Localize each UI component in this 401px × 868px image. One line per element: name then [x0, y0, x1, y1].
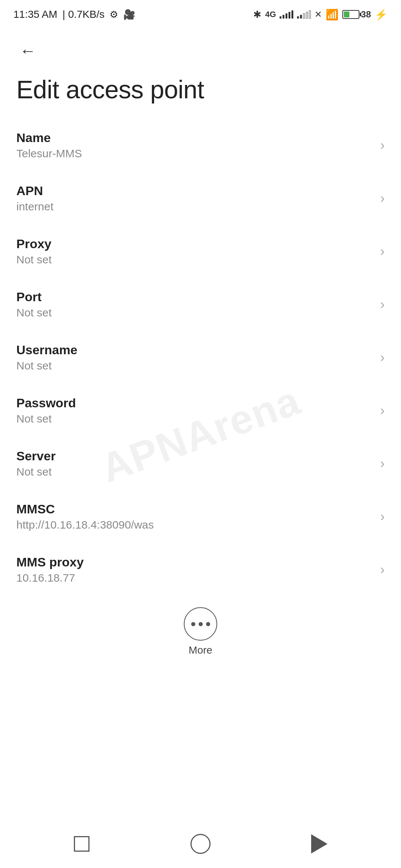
settings-item-proxy[interactable]: Proxy Not set ›	[0, 225, 401, 278]
settings-item-name-value: Telesur-MMS	[16, 147, 373, 160]
signal-bars-2	[297, 10, 311, 19]
nav-bar	[0, 820, 401, 868]
settings-item-name-content: Name Telesur-MMS	[16, 131, 373, 160]
camera-icon: 🎥	[123, 9, 135, 20]
settings-item-name[interactable]: Name Telesur-MMS ›	[0, 119, 401, 172]
chevron-icon-username: ›	[380, 350, 385, 365]
more-section: More	[0, 596, 401, 664]
time-display: 11:35 AM	[13, 9, 57, 20]
chevron-icon-port: ›	[380, 297, 385, 312]
settings-item-apn-content: APN internet	[16, 184, 373, 213]
back-area: ←	[0, 27, 401, 71]
settings-item-username-value: Not set	[16, 359, 373, 372]
settings-item-port-label: Port	[16, 290, 373, 304]
settings-item-password-value: Not set	[16, 412, 373, 425]
more-dots-icon	[191, 622, 210, 626]
settings-item-apn-label: APN	[16, 184, 373, 198]
settings-item-port[interactable]: Port Not set ›	[0, 278, 401, 331]
back-arrow-icon: ←	[20, 43, 36, 59]
settings-item-proxy-value: Not set	[16, 253, 373, 266]
settings-item-mmsc-content: MMSC http://10.16.18.4:38090/was	[16, 502, 373, 531]
chevron-icon-mms-proxy: ›	[380, 562, 385, 578]
more-button[interactable]	[184, 607, 217, 641]
settings-item-port-content: Port Not set	[16, 290, 373, 319]
chevron-icon-password: ›	[380, 403, 385, 418]
wifi-icon: 📶	[326, 9, 339, 21]
settings-item-password[interactable]: Password Not set ›	[0, 384, 401, 437]
status-bar: 11:35 AM | 0.7KB/s ⚙ 🎥 ✱ 4G ✕ 📶	[0, 0, 401, 27]
settings-item-server-content: Server Not set	[16, 449, 373, 478]
settings-item-mmsc[interactable]: MMSC http://10.16.18.4:38090/was ›	[0, 490, 401, 543]
home-button[interactable]	[184, 827, 217, 861]
settings-item-server-label: Server	[16, 449, 373, 463]
more-label: More	[189, 644, 212, 656]
battery-indicator: 38	[342, 9, 371, 20]
status-left: 11:35 AM | 0.7KB/s ⚙ 🎥	[13, 9, 135, 20]
settings-item-username-label: Username	[16, 343, 373, 357]
settings-item-username[interactable]: Username Not set ›	[0, 331, 401, 384]
settings-item-proxy-label: Proxy	[16, 237, 373, 251]
home-icon	[190, 834, 211, 854]
settings-item-apn[interactable]: APN internet ›	[0, 172, 401, 225]
settings-item-mmsc-value: http://10.16.18.4:38090/was	[16, 519, 373, 531]
signal-bars-1	[280, 10, 293, 19]
settings-item-mms-proxy-label: MMS proxy	[16, 555, 373, 569]
no-signal-icon: ✕	[314, 9, 322, 20]
settings-item-password-content: Password Not set	[16, 396, 373, 425]
settings-item-server[interactable]: Server Not set ›	[0, 437, 401, 490]
settings-item-name-label: Name	[16, 131, 373, 145]
charging-icon: ⚡	[375, 9, 388, 21]
back-nav-icon	[311, 834, 327, 854]
settings-item-port-value: Not set	[16, 306, 373, 319]
chevron-icon-server: ›	[380, 456, 385, 471]
settings-item-server-value: Not set	[16, 466, 373, 478]
back-nav-button[interactable]	[303, 827, 336, 861]
bluetooth-icon: ✱	[253, 9, 261, 20]
chevron-icon-mmsc: ›	[380, 509, 385, 525]
settings-list: Name Telesur-MMS › APN internet › Proxy …	[0, 119, 401, 596]
settings-item-username-content: Username Not set	[16, 343, 373, 372]
speed-display: | 0.7KB/s	[62, 9, 104, 20]
settings-item-password-label: Password	[16, 396, 373, 410]
recent-apps-button[interactable]	[65, 827, 98, 861]
settings-item-mms-proxy-content: MMS proxy 10.16.18.77	[16, 555, 373, 584]
settings-item-apn-value: internet	[16, 200, 373, 213]
page-title: Edit access point	[0, 71, 401, 119]
settings-item-mmsc-label: MMSC	[16, 502, 373, 516]
settings-icon: ⚙	[110, 9, 118, 20]
network-4g-icon: 4G	[265, 10, 276, 19]
back-button[interactable]: ←	[15, 38, 41, 64]
recent-apps-icon	[74, 836, 89, 852]
settings-item-mms-proxy-value: 10.16.18.77	[16, 572, 373, 584]
chevron-icon-apn: ›	[380, 191, 385, 206]
chevron-icon-name: ›	[380, 138, 385, 153]
settings-item-proxy-content: Proxy Not set	[16, 237, 373, 266]
chevron-icon-proxy: ›	[380, 244, 385, 259]
settings-item-mms-proxy[interactable]: MMS proxy 10.16.18.77 ›	[0, 543, 401, 596]
status-right: ✱ 4G ✕ 📶 38 ⚡	[253, 9, 388, 21]
